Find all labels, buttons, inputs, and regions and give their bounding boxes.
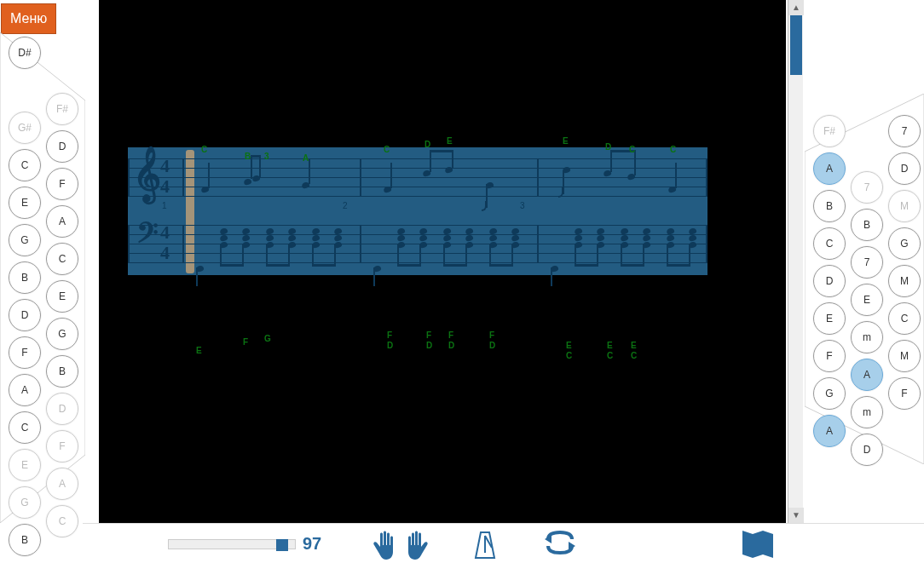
treble-clef-icon: 𝄞 bbox=[133, 146, 161, 202]
right-chord-r71[interactable]: 7 bbox=[888, 115, 921, 147]
scroll-down-button[interactable]: ▼ bbox=[788, 508, 804, 523]
left-note-B1[interactable]: B bbox=[9, 261, 41, 294]
scrollbar-thumb[interactable] bbox=[790, 15, 802, 75]
bass-note-label: F bbox=[448, 330, 453, 340]
left-note-G1[interactable]: G bbox=[9, 224, 41, 256]
treble-note-label: C bbox=[670, 145, 676, 154]
left-note-F3[interactable]: F bbox=[46, 430, 78, 462]
right-hand-icon[interactable] bbox=[407, 529, 436, 563]
left-note-E1[interactable]: E bbox=[9, 187, 41, 219]
left-note-C1[interactable]: C bbox=[9, 149, 41, 181]
chevron-up-icon: ▲ bbox=[792, 3, 800, 12]
right-chord-rB2[interactable]: B bbox=[813, 190, 846, 222]
left-note-D2[interactable]: D bbox=[9, 299, 41, 331]
bass-note-label: F bbox=[489, 330, 494, 340]
right-chord-rm1[interactable]: m bbox=[851, 321, 883, 353]
score: 𝄞 4 4 bbox=[128, 135, 707, 361]
right-chord-rD1[interactable]: D bbox=[888, 152, 921, 185]
right-chord-rM1[interactable]: M bbox=[888, 190, 921, 222]
bass-note-label: C bbox=[607, 351, 613, 360]
left-note-Fsh[interactable]: F# bbox=[46, 93, 78, 125]
bass-note-label: F bbox=[243, 337, 248, 347]
left-note-E3[interactable]: E bbox=[9, 449, 41, 481]
right-chord-rD3[interactable]: D bbox=[851, 434, 883, 466]
treble-note-label: 3 bbox=[264, 152, 269, 161]
left-note-A2[interactable]: A bbox=[9, 374, 41, 406]
scrollbar-track[interactable] bbox=[790, 15, 802, 508]
left-note-B2[interactable]: B bbox=[46, 355, 78, 388]
bass-note-label: D bbox=[426, 341, 432, 350]
bass-note-label: D bbox=[448, 341, 454, 350]
left-note-C2[interactable]: C bbox=[46, 243, 78, 275]
right-chord-rF1[interactable]: F bbox=[813, 340, 846, 372]
right-chord-rC1[interactable]: C bbox=[813, 227, 846, 260]
left-note-A3[interactable]: A bbox=[46, 468, 78, 500]
metronome-icon[interactable] bbox=[471, 529, 500, 563]
bass-note-label: E bbox=[196, 346, 202, 355]
measure-number: 1 bbox=[162, 201, 167, 210]
bass-note-label: F bbox=[387, 330, 392, 340]
timesig-bottom-bass: 4 bbox=[160, 242, 170, 264]
left-hand-icon[interactable] bbox=[366, 529, 395, 563]
bass-staff: 𝄢 4 4 bbox=[128, 225, 707, 262]
bass-note-label: E bbox=[631, 341, 637, 350]
left-note-G2[interactable]: G bbox=[46, 318, 78, 350]
right-chord-rG2[interactable]: G bbox=[813, 377, 846, 410]
vertical-scrollbar[interactable]: ▲ ▼ bbox=[788, 0, 803, 523]
left-note-Dsh[interactable]: D# bbox=[9, 37, 41, 69]
left-note-C4[interactable]: C bbox=[46, 505, 78, 537]
treble-note-label: A bbox=[303, 153, 309, 163]
left-note-D3[interactable]: D bbox=[46, 393, 78, 425]
left-note-G3[interactable]: G bbox=[9, 486, 41, 519]
tempo-slider[interactable] bbox=[168, 539, 296, 549]
right-chord-r72[interactable]: 7 bbox=[851, 171, 883, 204]
left-note-F1[interactable]: F bbox=[46, 168, 78, 200]
right-chord-rE1[interactable]: E bbox=[851, 284, 883, 316]
treble-note-label: D bbox=[605, 142, 611, 152]
left-note-D1[interactable]: D bbox=[46, 130, 78, 163]
right-chord-rG1[interactable]: G bbox=[888, 227, 921, 260]
chevron-down-icon: ▼ bbox=[792, 510, 800, 520]
treble-note-label: E bbox=[563, 136, 569, 146]
right-chord-rF2[interactable]: F bbox=[888, 377, 921, 410]
bass-note-label: F bbox=[426, 330, 431, 340]
left-note-C3[interactable]: C bbox=[9, 411, 41, 444]
bass-note-label: D bbox=[387, 341, 393, 350]
menu-button[interactable]: Меню bbox=[1, 3, 56, 34]
right-chord-r73[interactable]: 7 bbox=[851, 246, 883, 279]
bottom-toolbar: 97 bbox=[83, 523, 924, 563]
right-chord-rB1[interactable]: B bbox=[851, 209, 883, 241]
treble-note-label: D bbox=[424, 140, 430, 149]
right-chord-rD2[interactable]: D bbox=[813, 265, 846, 297]
right-chord-rFsh[interactable]: F# bbox=[813, 115, 846, 147]
treble-note-label: C bbox=[201, 145, 207, 154]
bass-note-label: C bbox=[566, 351, 572, 360]
tempo-slider-handle[interactable] bbox=[276, 539, 288, 551]
right-chord-rAh2[interactable]: A bbox=[851, 359, 883, 391]
left-note-B3[interactable]: B bbox=[9, 524, 41, 556]
right-chord-rC2[interactable]: C bbox=[888, 302, 921, 335]
right-chord-rE2[interactable]: E bbox=[813, 302, 846, 335]
timesig-bottom: 4 bbox=[160, 175, 170, 198]
treble-note-label: E bbox=[447, 136, 453, 146]
timesig-top: 4 bbox=[160, 155, 170, 177]
bass-note-label: D bbox=[489, 341, 495, 350]
measure-number: 2 bbox=[343, 201, 348, 210]
right-chord-rAh1[interactable]: A bbox=[813, 152, 846, 185]
tempo-value: 97 bbox=[303, 534, 321, 554]
scroll-up-button[interactable]: ▲ bbox=[788, 0, 804, 15]
right-chord-rAh3[interactable]: A bbox=[813, 415, 846, 447]
left-note-Gsh[interactable]: G# bbox=[9, 112, 41, 144]
right-chord-rM2[interactable]: M bbox=[888, 265, 921, 297]
view-icon[interactable] bbox=[741, 529, 775, 563]
left-note-A1[interactable]: A bbox=[46, 205, 78, 238]
bass-note-label: G bbox=[264, 334, 271, 343]
right-chord-rM3[interactable]: M bbox=[888, 340, 921, 372]
bass-note-label: E bbox=[566, 341, 572, 350]
right-chord-rm2[interactable]: m bbox=[851, 396, 883, 428]
bass-note-label: C bbox=[631, 351, 637, 360]
loop-icon[interactable] bbox=[543, 529, 577, 560]
left-note-F2[interactable]: F bbox=[9, 336, 41, 369]
left-note-E2[interactable]: E bbox=[46, 280, 78, 313]
bass-clef-icon: 𝄢 bbox=[136, 216, 159, 256]
